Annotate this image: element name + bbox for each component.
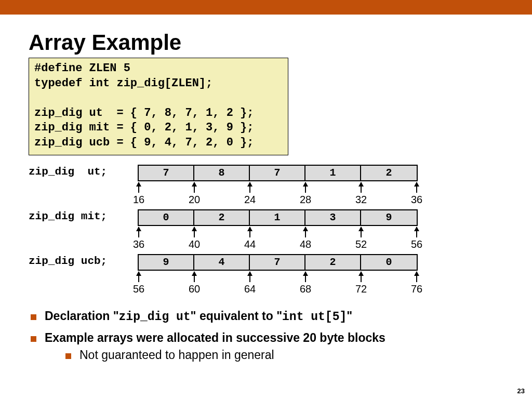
addr: 20 — [189, 194, 200, 206]
arrow-icon — [194, 227, 195, 237]
cell: 7 — [250, 255, 305, 270]
addr-row: 36 40 44 48 52 56 — [138, 226, 417, 250]
code-text: zip_dig ut — [119, 310, 191, 324]
top-accent-bar — [0, 0, 532, 15]
addr: 36 — [411, 194, 422, 206]
text: " — [347, 309, 352, 323]
bullet-text: Declaration "zip_dig ut" equivalent to "… — [45, 309, 352, 324]
cell: 0 — [361, 255, 417, 270]
arrow-icon — [416, 182, 417, 193]
array-row-ut: zip_dig ut; 7 8 7 1 2 16 20 — [29, 165, 503, 205]
array-row-ucb: zip_dig ucb; 9 4 7 2 0 56 60 — [29, 254, 503, 295]
arrow-icon — [305, 227, 306, 237]
bullet-icon — [65, 353, 71, 359]
cell: 1 — [305, 166, 361, 180]
arrow-icon — [416, 272, 417, 282]
cell: 7 — [250, 166, 305, 180]
cell: 0 — [139, 210, 194, 225]
array-row-mit: zip_dig mit; 0 2 1 3 9 36 40 — [29, 209, 503, 250]
bullets: Declaration "zip_dig ut" equivalent to "… — [29, 309, 503, 362]
slide-content: Array Example #define ZLEN 5 typedef int… — [0, 15, 532, 362]
arrow-icon — [361, 272, 362, 282]
addr: 56 — [411, 238, 422, 250]
bullet-1: Declaration "zip_dig ut" equivalent to "… — [31, 309, 503, 324]
text: Not guaranteed to happen in general — [79, 348, 274, 362]
cell: 9 — [361, 210, 417, 225]
bullet-icon — [31, 314, 36, 320]
array-label: zip_dig ut; — [29, 165, 138, 178]
cell: 9 — [139, 255, 194, 270]
array-label: zip_dig ucb; — [29, 254, 138, 267]
arrow-icon — [194, 182, 195, 193]
addr: 76 — [411, 283, 422, 295]
arrow-icon — [249, 272, 250, 282]
addr-row: 16 20 24 28 32 36 — [138, 181, 417, 205]
arrow-icon — [249, 182, 250, 193]
cell: 2 — [305, 255, 361, 270]
bullet-icon — [31, 336, 36, 342]
bullet-text: Example arrays were allocated in success… — [45, 331, 385, 362]
array-vis: 0 2 1 3 9 36 40 44 48 52 — [138, 209, 418, 250]
cell: 2 — [194, 210, 250, 225]
code-box: #define ZLEN 5 typedef int zip_dig[ZLEN]… — [29, 58, 288, 155]
code-text: int ut[5] — [282, 310, 347, 324]
arrow-icon — [138, 227, 139, 237]
array-label: zip_dig mit; — [29, 209, 138, 222]
addr: 64 — [244, 283, 256, 295]
addr: 60 — [189, 283, 200, 295]
addr: 32 — [355, 194, 367, 206]
addr: 16 — [133, 194, 144, 206]
sub-bullet: Not guaranteed to happen in general — [65, 348, 385, 362]
page-number: 23 — [517, 387, 525, 395]
array-vis: 9 4 7 2 0 56 60 64 68 72 — [138, 254, 418, 295]
cell: 4 — [194, 255, 250, 270]
addr-row: 56 60 64 68 72 76 — [138, 271, 417, 295]
addr: 44 — [244, 238, 256, 250]
cell: 3 — [305, 210, 361, 225]
arrow-icon — [361, 182, 362, 193]
arrays-area: zip_dig ut; 7 8 7 1 2 16 20 — [29, 165, 503, 295]
text: Declaration " — [45, 309, 119, 323]
cell: 7 — [139, 166, 194, 180]
cell: 2 — [361, 166, 417, 180]
addr: 28 — [300, 194, 311, 206]
arrow-icon — [138, 272, 139, 282]
addr: 48 — [300, 238, 311, 250]
arrow-icon — [416, 227, 417, 237]
bullet-2: Example arrays were allocated in success… — [31, 331, 503, 362]
array-cells: 7 8 7 1 2 — [138, 165, 418, 181]
array-vis: 7 8 7 1 2 16 20 24 28 32 — [138, 165, 418, 205]
arrow-icon — [194, 272, 195, 282]
addr: 40 — [189, 238, 200, 250]
arrow-icon — [305, 182, 306, 193]
arrow-icon — [305, 272, 306, 282]
slide-title: Array Example — [29, 30, 503, 55]
addr: 56 — [133, 283, 144, 295]
array-cells: 9 4 7 2 0 — [138, 254, 418, 271]
cell: 1 — [250, 210, 305, 225]
cell: 8 — [194, 166, 250, 180]
array-cells: 0 2 1 3 9 — [138, 209, 418, 226]
addr: 72 — [355, 283, 367, 295]
addr: 52 — [355, 238, 367, 250]
text: " equivalent to " — [191, 309, 282, 323]
addr: 68 — [300, 283, 311, 295]
addr: 24 — [244, 194, 256, 206]
arrow-icon — [138, 182, 139, 193]
text: Example arrays were allocated in success… — [45, 331, 385, 344]
addr: 36 — [133, 238, 144, 250]
arrow-icon — [361, 227, 362, 237]
arrow-icon — [249, 227, 250, 237]
